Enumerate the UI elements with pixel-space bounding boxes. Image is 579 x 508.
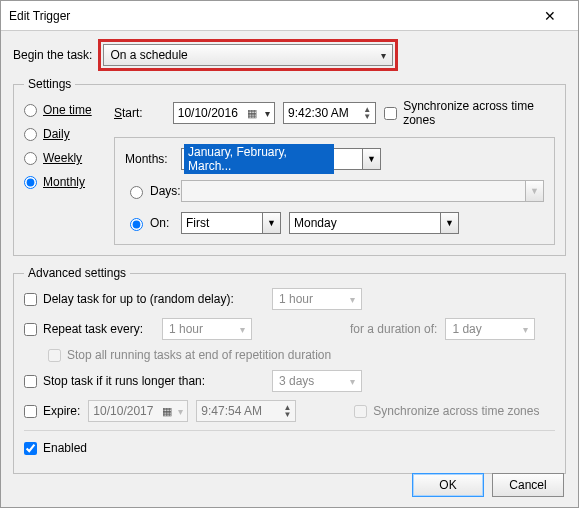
- radio-monthly-label: Monthly: [43, 175, 85, 189]
- sync-tz-input[interactable]: [384, 107, 397, 120]
- enabled-input[interactable]: [24, 442, 37, 455]
- ok-label: OK: [439, 478, 456, 492]
- ok-button[interactable]: OK: [412, 473, 484, 497]
- stop-if-dropdown: 3 days ▾: [272, 370, 362, 392]
- close-button[interactable]: ✕: [530, 2, 570, 30]
- start-date-value: 10/10/2016: [178, 106, 238, 120]
- on-label: On:: [150, 216, 169, 230]
- chevron-down-icon: ▾: [178, 406, 183, 417]
- expire-date-value: 10/10/2017: [93, 404, 153, 418]
- expire-input[interactable]: [24, 405, 37, 418]
- radio-one-time-input[interactable]: [24, 104, 37, 117]
- cancel-label: Cancel: [509, 478, 546, 492]
- start-label: Start:: [114, 106, 165, 120]
- stop-all-label: Stop all running tasks at end of repetit…: [67, 348, 331, 362]
- duration-value: 1 day: [452, 322, 481, 336]
- chevron-down-icon: ▾: [265, 108, 270, 119]
- months-label: Months:: [125, 152, 173, 166]
- repeat-dropdown: 1 hour ▾: [162, 318, 252, 340]
- chevron-down-icon: ▾: [240, 324, 245, 335]
- chevron-down-icon: ▼: [525, 181, 543, 201]
- advanced-group: Advanced settings Delay task for up to (…: [13, 266, 566, 474]
- stop-all-input: [48, 349, 61, 362]
- radio-one-time-label: One time: [43, 103, 92, 117]
- duration-label: for a duration of:: [350, 322, 437, 336]
- expire-time-value: 9:47:54 AM: [201, 404, 262, 418]
- enabled-label: Enabled: [43, 441, 87, 455]
- on-ordinal-dropdown[interactable]: First ▼: [181, 212, 281, 234]
- window-title: Edit Trigger: [9, 9, 530, 23]
- days-radio[interactable]: Days:: [125, 183, 173, 199]
- settings-group: Settings One time Daily Weekly: [13, 77, 566, 256]
- repeat-value: 1 hour: [169, 322, 203, 336]
- days-radio-input[interactable]: [130, 186, 143, 199]
- stop-if-value: 3 days: [279, 374, 314, 388]
- start-date-picker[interactable]: 10/10/2016 ▦ ▾: [173, 102, 275, 124]
- enabled-checkbox[interactable]: Enabled: [24, 441, 87, 455]
- radio-weekly-label: Weekly: [43, 151, 82, 165]
- expire-sync-label: Synchronize across time zones: [373, 404, 539, 418]
- repeat-checkbox[interactable]: Repeat task every:: [24, 322, 154, 336]
- repeat-label: Repeat task every:: [43, 322, 143, 336]
- delay-checkbox[interactable]: Delay task for up to (random delay):: [24, 292, 264, 306]
- chevron-down-icon[interactable]: ▼: [362, 149, 380, 169]
- months-dropdown[interactable]: January, February, March... ▼: [181, 148, 381, 170]
- delay-dropdown: 1 hour ▾: [272, 288, 362, 310]
- expire-sync-checkbox: Synchronize across time zones: [354, 404, 539, 418]
- stop-if-label: Stop task if it runs longer than:: [43, 374, 205, 388]
- on-radio[interactable]: On:: [125, 215, 173, 231]
- start-time-picker[interactable]: 9:42:30 AM ▲▼: [283, 102, 376, 124]
- begin-task-value: On a schedule: [110, 48, 187, 62]
- expire-checkbox[interactable]: Expire:: [24, 404, 80, 418]
- stop-if-input[interactable]: [24, 375, 37, 388]
- radio-monthly[interactable]: Monthly: [24, 175, 114, 189]
- delay-input[interactable]: [24, 293, 37, 306]
- expire-sync-input: [354, 405, 367, 418]
- calendar-icon: ▦: [243, 107, 259, 120]
- stop-if-checkbox[interactable]: Stop task if it runs longer than:: [24, 374, 264, 388]
- radio-monthly-input[interactable]: [24, 176, 37, 189]
- duration-dropdown: 1 day ▾: [445, 318, 535, 340]
- spinner-icon[interactable]: ▲▼: [363, 106, 371, 120]
- days-label: Days:: [150, 184, 181, 198]
- on-day-value: Monday: [294, 216, 337, 230]
- delay-label: Delay task for up to (random delay):: [43, 292, 234, 306]
- titlebar: Edit Trigger ✕: [1, 1, 578, 31]
- chevron-down-icon[interactable]: ▼: [262, 213, 280, 233]
- expire-label: Expire:: [43, 404, 80, 418]
- chevron-down-icon: ▾: [381, 50, 386, 61]
- sync-tz-label: Synchronize across time zones: [403, 99, 555, 127]
- dialog-footer: OK Cancel: [412, 473, 564, 497]
- on-day-dropdown[interactable]: Monday ▼: [289, 212, 459, 234]
- expire-date-picker: 10/10/2017 ▦ ▾: [88, 400, 188, 422]
- edit-trigger-dialog: Edit Trigger ✕ Begin the task: On a sche…: [0, 0, 579, 508]
- cancel-button[interactable]: Cancel: [492, 473, 564, 497]
- on-ordinal-value: First: [186, 216, 209, 230]
- stop-all-checkbox: Stop all running tasks at end of repetit…: [48, 348, 331, 362]
- chevron-down-icon: ▾: [523, 324, 528, 335]
- spinner-icon: ▲▼: [283, 404, 291, 418]
- begin-task-highlight: On a schedule ▾: [98, 39, 398, 71]
- radio-one-time[interactable]: One time: [24, 103, 114, 117]
- chevron-down-icon: ▾: [350, 376, 355, 387]
- repeat-input[interactable]: [24, 323, 37, 336]
- settings-legend: Settings: [24, 77, 75, 91]
- days-dropdown: ▼: [181, 180, 544, 202]
- sync-tz-checkbox[interactable]: Synchronize across time zones: [384, 99, 555, 127]
- radio-daily-label: Daily: [43, 127, 70, 141]
- begin-task-dropdown[interactable]: On a schedule ▾: [103, 44, 393, 66]
- radio-weekly[interactable]: Weekly: [24, 151, 114, 165]
- monthly-subgroup: Months: January, February, March... ▼ Da…: [114, 137, 555, 245]
- chevron-down-icon[interactable]: ▼: [440, 213, 458, 233]
- radio-daily-input[interactable]: [24, 128, 37, 141]
- begin-task-label: Begin the task:: [13, 48, 92, 62]
- advanced-legend: Advanced settings: [24, 266, 130, 280]
- close-icon: ✕: [544, 8, 556, 24]
- radio-daily[interactable]: Daily: [24, 127, 114, 141]
- chevron-down-icon: ▾: [350, 294, 355, 305]
- radio-weekly-input[interactable]: [24, 152, 37, 165]
- expire-time-picker: 9:47:54 AM ▲▼: [196, 400, 296, 422]
- months-value: January, February, March...: [184, 144, 334, 174]
- on-radio-input[interactable]: [130, 218, 143, 231]
- start-time-value: 9:42:30 AM: [288, 106, 349, 120]
